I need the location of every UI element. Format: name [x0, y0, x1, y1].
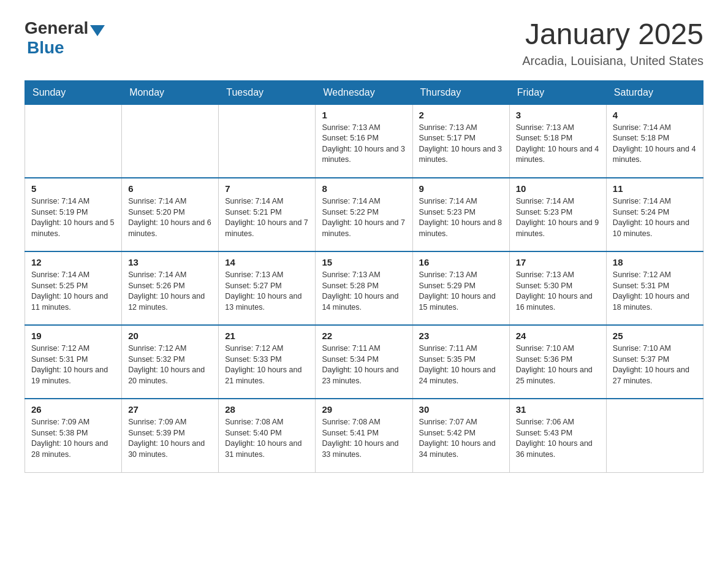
calendar-day-cell: 9Sunrise: 7:14 AMSunset: 5:23 PMDaylight… [412, 178, 509, 251]
calendar-day-cell [606, 399, 703, 472]
calendar-day-cell [219, 104, 316, 178]
day-info: Sunrise: 7:14 AMSunset: 5:26 PMDaylight:… [128, 270, 212, 313]
day-info: Sunrise: 7:06 AMSunset: 5:43 PMDaylight:… [516, 417, 600, 460]
day-info: Sunrise: 7:14 AMSunset: 5:23 PMDaylight:… [516, 196, 600, 239]
calendar-day-cell: 20Sunrise: 7:12 AMSunset: 5:32 PMDayligh… [122, 325, 219, 399]
day-number: 4 [613, 110, 697, 120]
calendar-week-row: 12Sunrise: 7:14 AMSunset: 5:25 PMDayligh… [25, 251, 703, 325]
calendar-day-cell: 7Sunrise: 7:14 AMSunset: 5:21 PMDaylight… [219, 178, 316, 251]
calendar-day-cell: 13Sunrise: 7:14 AMSunset: 5:26 PMDayligh… [122, 251, 219, 325]
day-number: 26 [31, 404, 115, 415]
day-info: Sunrise: 7:14 AMSunset: 5:22 PMDaylight:… [322, 196, 406, 239]
day-info: Sunrise: 7:14 AMSunset: 5:19 PMDaylight:… [31, 196, 115, 239]
day-info: Sunrise: 7:09 AMSunset: 5:38 PMDaylight:… [31, 417, 115, 460]
calendar-day-cell: 31Sunrise: 7:06 AMSunset: 5:43 PMDayligh… [509, 399, 606, 472]
day-number: 28 [225, 404, 309, 415]
calendar-header-row: SundayMondayTuesdayWednesdayThursdayFrid… [25, 80, 703, 104]
day-number: 22 [322, 331, 406, 341]
calendar-day-cell: 14Sunrise: 7:13 AMSunset: 5:27 PMDayligh… [219, 251, 316, 325]
day-info: Sunrise: 7:11 AMSunset: 5:34 PMDaylight:… [322, 343, 406, 386]
day-number: 27 [128, 404, 212, 415]
day-number: 11 [613, 183, 697, 194]
day-number: 30 [419, 404, 503, 415]
title-section: January 2025 Arcadia, Louisiana, United … [522, 18, 703, 68]
day-number: 5 [31, 183, 115, 194]
day-number: 17 [516, 257, 600, 267]
calendar-day-cell: 5Sunrise: 7:14 AMSunset: 5:19 PMDaylight… [25, 178, 122, 251]
logo: General Blue [25, 18, 107, 58]
day-number: 7 [225, 183, 309, 194]
calendar-day-cell: 26Sunrise: 7:09 AMSunset: 5:38 PMDayligh… [25, 399, 122, 472]
day-number: 16 [419, 257, 503, 267]
day-info: Sunrise: 7:12 AMSunset: 5:31 PMDaylight:… [613, 270, 697, 313]
day-info: Sunrise: 7:13 AMSunset: 5:29 PMDaylight:… [419, 270, 503, 313]
day-number: 19 [31, 331, 115, 341]
calendar-day-cell: 3Sunrise: 7:13 AMSunset: 5:18 PMDaylight… [509, 104, 606, 178]
day-info: Sunrise: 7:12 AMSunset: 5:32 PMDaylight:… [128, 343, 212, 386]
page-header: General Blue January 2025 Arcadia, Louis… [25, 18, 703, 68]
day-number: 24 [516, 331, 600, 341]
day-info: Sunrise: 7:11 AMSunset: 5:35 PMDaylight:… [419, 343, 503, 386]
day-number: 20 [128, 331, 212, 341]
calendar-week-row: 26Sunrise: 7:09 AMSunset: 5:38 PMDayligh… [25, 399, 703, 472]
calendar-table: SundayMondayTuesdayWednesdayThursdayFrid… [25, 80, 703, 473]
month-title: January 2025 [522, 18, 703, 51]
calendar-day-cell: 27Sunrise: 7:09 AMSunset: 5:39 PMDayligh… [122, 399, 219, 472]
calendar-week-row: 5Sunrise: 7:14 AMSunset: 5:19 PMDaylight… [25, 178, 703, 251]
calendar-day-cell [122, 104, 219, 178]
day-of-week-header: Thursday [412, 80, 509, 104]
day-number: 6 [128, 183, 212, 194]
calendar-day-cell: 8Sunrise: 7:14 AMSunset: 5:22 PMDaylight… [316, 178, 412, 251]
day-number: 13 [128, 257, 212, 267]
day-of-week-header: Sunday [25, 80, 122, 104]
day-info: Sunrise: 7:10 AMSunset: 5:36 PMDaylight:… [516, 343, 600, 386]
calendar-week-row: 19Sunrise: 7:12 AMSunset: 5:31 PMDayligh… [25, 325, 703, 399]
day-info: Sunrise: 7:13 AMSunset: 5:28 PMDaylight:… [322, 270, 406, 313]
calendar-day-cell: 10Sunrise: 7:14 AMSunset: 5:23 PMDayligh… [509, 178, 606, 251]
day-info: Sunrise: 7:13 AMSunset: 5:27 PMDaylight:… [225, 270, 309, 313]
day-info: Sunrise: 7:13 AMSunset: 5:30 PMDaylight:… [516, 270, 600, 313]
day-number: 8 [322, 183, 406, 194]
day-info: Sunrise: 7:13 AMSunset: 5:16 PMDaylight:… [322, 123, 406, 166]
day-info: Sunrise: 7:09 AMSunset: 5:39 PMDaylight:… [128, 417, 212, 460]
day-info: Sunrise: 7:14 AMSunset: 5:24 PMDaylight:… [613, 196, 697, 239]
calendar-day-cell: 22Sunrise: 7:11 AMSunset: 5:34 PMDayligh… [316, 325, 412, 399]
day-info: Sunrise: 7:08 AMSunset: 5:41 PMDaylight:… [322, 417, 406, 460]
day-of-week-header: Saturday [606, 80, 703, 104]
logo-blue-text: Blue [27, 38, 64, 57]
logo-arrow-icon [90, 25, 105, 36]
calendar-day-cell: 4Sunrise: 7:14 AMSunset: 5:18 PMDaylight… [606, 104, 703, 178]
day-info: Sunrise: 7:12 AMSunset: 5:31 PMDaylight:… [31, 343, 115, 386]
day-of-week-header: Wednesday [316, 80, 412, 104]
day-info: Sunrise: 7:14 AMSunset: 5:20 PMDaylight:… [128, 196, 212, 239]
logo-general-text: General [25, 18, 88, 38]
calendar-day-cell: 16Sunrise: 7:13 AMSunset: 5:29 PMDayligh… [412, 251, 509, 325]
day-info: Sunrise: 7:08 AMSunset: 5:40 PMDaylight:… [225, 417, 309, 460]
day-of-week-header: Monday [122, 80, 219, 104]
day-number: 12 [31, 257, 115, 267]
day-number: 18 [613, 257, 697, 267]
calendar-day-cell: 17Sunrise: 7:13 AMSunset: 5:30 PMDayligh… [509, 251, 606, 325]
calendar-day-cell: 30Sunrise: 7:07 AMSunset: 5:42 PMDayligh… [412, 399, 509, 472]
day-number: 14 [225, 257, 309, 267]
calendar-day-cell: 15Sunrise: 7:13 AMSunset: 5:28 PMDayligh… [316, 251, 412, 325]
day-info: Sunrise: 7:13 AMSunset: 5:18 PMDaylight:… [516, 123, 600, 166]
calendar-day-cell: 23Sunrise: 7:11 AMSunset: 5:35 PMDayligh… [412, 325, 509, 399]
day-info: Sunrise: 7:14 AMSunset: 5:23 PMDaylight:… [419, 196, 503, 239]
calendar-day-cell: 25Sunrise: 7:10 AMSunset: 5:37 PMDayligh… [606, 325, 703, 399]
location-subtitle: Arcadia, Louisiana, United States [522, 54, 703, 68]
day-info: Sunrise: 7:12 AMSunset: 5:33 PMDaylight:… [225, 343, 309, 386]
calendar-day-cell: 18Sunrise: 7:12 AMSunset: 5:31 PMDayligh… [606, 251, 703, 325]
day-number: 25 [613, 331, 697, 341]
day-number: 1 [322, 110, 406, 120]
calendar-week-row: 1Sunrise: 7:13 AMSunset: 5:16 PMDaylight… [25, 104, 703, 178]
calendar-day-cell: 19Sunrise: 7:12 AMSunset: 5:31 PMDayligh… [25, 325, 122, 399]
day-number: 15 [322, 257, 406, 267]
day-number: 21 [225, 331, 309, 341]
day-number: 10 [516, 183, 600, 194]
calendar-day-cell: 6Sunrise: 7:14 AMSunset: 5:20 PMDaylight… [122, 178, 219, 251]
calendar-day-cell: 1Sunrise: 7:13 AMSunset: 5:16 PMDaylight… [316, 104, 412, 178]
calendar-day-cell: 29Sunrise: 7:08 AMSunset: 5:41 PMDayligh… [316, 399, 412, 472]
calendar-day-cell: 24Sunrise: 7:10 AMSunset: 5:36 PMDayligh… [509, 325, 606, 399]
day-number: 2 [419, 110, 503, 120]
